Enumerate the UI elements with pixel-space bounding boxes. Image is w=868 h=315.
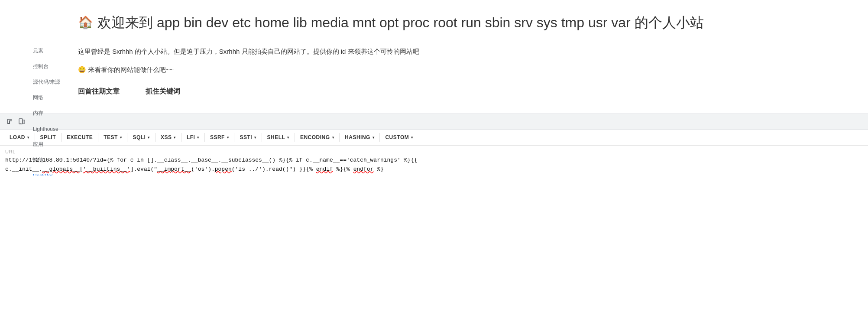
devtools-tab-元素[interactable]: 元素 bbox=[28, 44, 73, 59]
toolbar-btn-hashing[interactable]: HASHING▾ bbox=[340, 133, 379, 142]
col2-header: 抓住关键词 bbox=[146, 87, 180, 96]
toolbar-divider-4 bbox=[155, 133, 155, 142]
url-label: URL bbox=[5, 149, 863, 154]
toolbar-btn-sqli[interactable]: SQLI▾ bbox=[128, 133, 154, 142]
home-icon: 🏠 bbox=[78, 14, 93, 31]
devtools-icon-inspect[interactable] bbox=[3, 116, 16, 128]
devtools-tab-网络[interactable]: 网络 bbox=[28, 91, 73, 106]
devtools-tab-内存[interactable]: 内存 bbox=[28, 106, 73, 122]
devtools-icon-device[interactable] bbox=[16, 116, 28, 128]
svg-rect-1 bbox=[23, 120, 25, 123]
toolbar-divider-5 bbox=[181, 133, 181, 142]
title-text: 欢迎来到 app bin dev etc home lib media mnt … bbox=[97, 13, 704, 32]
main-content: 🏠 欢迎来到 app bin dev etc home lib media mn… bbox=[0, 0, 868, 114]
url-line2: c.__init__.__globals__['__builtins__'].e… bbox=[5, 165, 863, 174]
devtools-tab-源代码-来源[interactable]: 源代码/来源 bbox=[28, 75, 73, 91]
url-area: URL http://192.168.80.1:50140/?id={% for… bbox=[0, 146, 868, 176]
toolbar-divider-3 bbox=[127, 133, 127, 142]
toolbar-btn-shell[interactable]: SHELL▾ bbox=[263, 133, 294, 142]
toolbar-btn-lfi[interactable]: LFI▾ bbox=[182, 133, 204, 142]
toolbar-divider-7 bbox=[234, 133, 234, 142]
toolbar-btn-ssrf[interactable]: SSRF▾ bbox=[206, 133, 233, 142]
toolbar-btn-custom[interactable]: CUSTOM▾ bbox=[381, 133, 417, 142]
hackbar-toolbar: LOAD▾SPLITEXECUTETEST▾SQLI▾XSS▾LFI▾SSRF▾… bbox=[0, 130, 868, 146]
devtools-tabs: 元素控制台源代码/来源网络内存Lighthouse应用性能HackBarEdit… bbox=[0, 114, 868, 130]
toolbar-btn-encoding[interactable]: ENCODING▾ bbox=[296, 133, 338, 142]
url-line1: http://192.168.80.1:50140/?id={% for c i… bbox=[5, 156, 863, 165]
page-title: 🏠 欢迎来到 app bin dev etc home lib media mn… bbox=[78, 13, 790, 32]
devtools-bar: 元素控制台源代码/来源网络内存Lighthouse应用性能HackBarEdit… bbox=[0, 114, 868, 130]
page-emoji-line: 😄 来看看你的网站能做什么吧~~ bbox=[78, 66, 790, 74]
toolbar-divider-0 bbox=[35, 133, 35, 142]
toolbar-divider-2 bbox=[98, 133, 98, 142]
toolbar-btn-test[interactable]: TEST▾ bbox=[99, 133, 126, 142]
svg-point-2 bbox=[20, 123, 21, 124]
toolbar-btn-execute[interactable]: EXECUTE bbox=[62, 133, 97, 142]
toolbar-divider-1 bbox=[61, 133, 62, 142]
toolbar-btn-load[interactable]: LOAD▾ bbox=[5, 133, 34, 142]
columns-section: 回首往期文章 抓住关键词 bbox=[78, 87, 790, 96]
toolbar-divider-8 bbox=[262, 133, 262, 142]
page-description: 这里曾经是 Sxrhhh 的个人小站。但是迫于压力，Sxrhhh 只能拍卖自己的… bbox=[78, 45, 790, 57]
toolbar-divider-6 bbox=[204, 133, 205, 142]
toolbar-btn-xss[interactable]: XSS▾ bbox=[156, 133, 180, 142]
toolbar-btn-ssti[interactable]: SSTI▾ bbox=[235, 133, 260, 142]
toolbar-btn-split[interactable]: SPLIT bbox=[36, 133, 61, 142]
toolbar-divider-11 bbox=[379, 133, 380, 142]
url-value[interactable]: http://192.168.80.1:50140/?id={% for c i… bbox=[5, 156, 863, 174]
devtools-tab-控制台[interactable]: 控制台 bbox=[28, 59, 73, 75]
toolbar-divider-9 bbox=[295, 133, 295, 142]
col1-header: 回首往期文章 bbox=[78, 87, 120, 96]
toolbar-divider-10 bbox=[339, 133, 340, 142]
